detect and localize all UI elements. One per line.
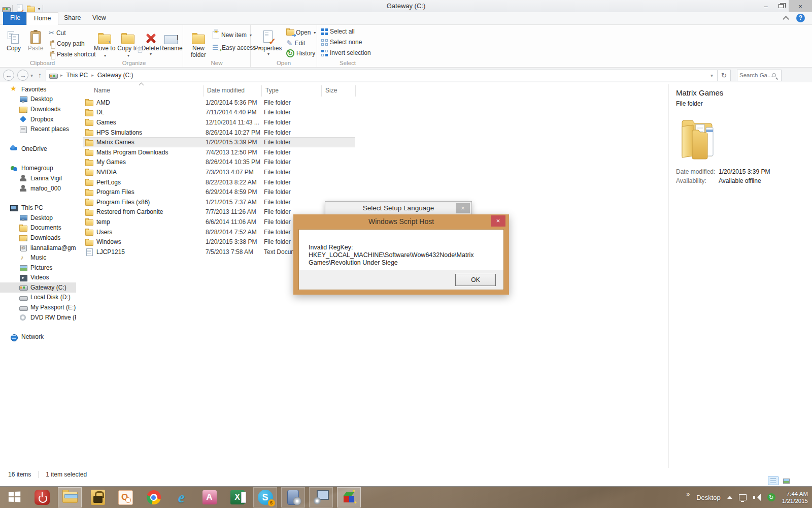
sidebar-item-local-disk-d-[interactable]: Local Disk (D:) [0, 293, 76, 303]
outlook[interactable] [114, 487, 138, 507]
up-button[interactable]: ↑ [38, 71, 42, 79]
sync-icon[interactable]: ↻ [767, 493, 775, 501]
sidebar-item-favorites[interactable]: Favorites [0, 84, 76, 94]
network-tray-icon[interactable] [739, 494, 747, 500]
address-dropdown-icon[interactable]: ▾ [706, 73, 717, 78]
sidebar-item-label: Dropbox [30, 116, 53, 123]
crumb-this-pc[interactable]: This PC [66, 72, 88, 79]
file-row[interactable]: AMD1/20/2014 5:36 PMFile folder [83, 98, 355, 108]
skype[interactable]: S [253, 487, 277, 507]
column-name[interactable]: Name [94, 87, 110, 94]
installer-app[interactable] [309, 487, 333, 507]
tab-share[interactable]: Share [57, 12, 88, 25]
desktop-label[interactable]: Desktop [696, 494, 721, 501]
sidebar-item-this-pc[interactable]: This PC [0, 203, 76, 213]
new-item-button[interactable]: New item▾ [213, 31, 252, 39]
thumbnails-view-toggle[interactable] [781, 477, 792, 485]
back-button[interactable]: ← [3, 70, 14, 81]
minimize-button[interactable]: – [758, 0, 773, 12]
sidebar-item-videos[interactable]: Videos [0, 273, 76, 283]
dialog-close-icon[interactable]: × [456, 203, 470, 213]
ok-button[interactable]: OK [455, 274, 496, 286]
lock-app[interactable] [86, 487, 110, 507]
file-row[interactable]: Program Files (x86)1/21/2015 7:37 AMFile… [83, 197, 355, 207]
sidebar-item-dropbox[interactable]: Dropbox [0, 114, 76, 124]
file-row[interactable]: HPS Simulations8/26/2014 10:27 PMFile fo… [83, 128, 355, 138]
excel[interactable]: X [225, 487, 249, 507]
invert-selection-button[interactable]: Invert selection [321, 49, 371, 56]
sidebar-item-mafoo-000[interactable]: mafoo_000 [0, 183, 76, 194]
collapse-ribbon-icon[interactable] [783, 16, 789, 22]
power-app[interactable] [30, 487, 54, 507]
column-size[interactable]: Size [325, 87, 337, 94]
history-button[interactable]: ↻History [286, 49, 315, 57]
column-date[interactable]: Date modified [207, 87, 245, 94]
crumb-gateway-c[interactable]: Gateway (C:) [97, 72, 133, 79]
new-folder-button[interactable]: New folder [187, 27, 210, 58]
media-device-app[interactable] [281, 487, 305, 507]
edit-button[interactable]: ✎Edit [286, 39, 305, 48]
sidebar-item-my-passport-e-[interactable]: My Passport (E:) [0, 302, 76, 312]
file-row[interactable]: Program Files6/29/2014 8:59 PMFile folde… [83, 187, 355, 197]
sidebar-item-music[interactable]: Music [0, 252, 76, 263]
file-row[interactable]: My Games8/26/2014 10:35 PMFile folder [83, 157, 355, 168]
recent-pages-dropdown-icon[interactable]: ▾ [30, 73, 33, 78]
rename-button[interactable]: Rename [159, 27, 183, 52]
help-icon[interactable]: ? [796, 14, 805, 22]
breadcrumb[interactable]: ▸ This PC ▸ Gateway (C:) ▾ [46, 70, 718, 81]
tab-home[interactable]: Home [26, 12, 58, 25]
volume-icon[interactable] [753, 494, 761, 501]
sidebar-item-dvd-rw-drive-f-ja[interactable]: DVD RW Drive (F:) Ja [0, 312, 76, 323]
tab-view[interactable]: View [85, 12, 113, 25]
copy-path-button[interactable]: Copy path [49, 40, 85, 47]
file-row[interactable]: Matts Program Downloads7/4/2013 12:50 PM… [83, 147, 355, 157]
paste-button[interactable]: Paste [25, 27, 46, 52]
forward-button[interactable]: → [17, 70, 28, 81]
select-none-button[interactable]: Select none [321, 39, 362, 46]
file-explorer[interactable] [58, 487, 82, 507]
file-row[interactable]: Matrix Games1/20/2015 3:39 PMFile folder [83, 137, 355, 147]
file-row[interactable]: NVIDIA7/3/2013 4:07 PMFile folder [83, 167, 355, 177]
sidebar-item-downloads[interactable]: Downloads [0, 233, 76, 243]
close-button[interactable]: × [789, 0, 812, 12]
sidebar-item-recent-places[interactable]: Recent places [0, 124, 76, 134]
sidebar-item-lianna-vigil[interactable]: Lianna Vigil [0, 173, 76, 183]
open-button[interactable]: Open▾ [286, 28, 316, 37]
sidebar-item-downloads[interactable]: Downloads [0, 104, 76, 114]
access[interactable]: A [197, 487, 221, 507]
sidebar-item-gateway-c-[interactable]: Gateway (C:) [0, 282, 76, 293]
sidebar-item-desktop[interactable]: Desktop [0, 94, 76, 105]
internet-explorer[interactable]: e [170, 487, 193, 507]
copy-to-button[interactable]: Copy to ▾ [117, 27, 139, 59]
move-to-button[interactable]: → Move to ▾ [93, 27, 116, 59]
cut-button[interactable]: ✂Cut [49, 29, 66, 37]
file-row[interactable]: PerfLogs8/22/2013 8:22 AMFile folder [83, 177, 355, 187]
sidebar-item-liannallama-gmail-[interactable]: liannallama@gmail. [0, 243, 76, 253]
properties-button[interactable]: Properties ▾ [254, 27, 282, 56]
search-input[interactable] [739, 72, 772, 78]
chrome[interactable] [142, 487, 165, 507]
column-type[interactable]: Type [265, 87, 279, 94]
restore-button[interactable] [773, 0, 789, 12]
sidebar-item-pictures[interactable]: Pictures [0, 263, 76, 273]
sidebar-item-homegroup[interactable]: Homegroup [0, 164, 76, 174]
desktop-chevron-icon[interactable]: » [686, 491, 690, 498]
tab-file[interactable]: File [3, 12, 27, 25]
delete-button[interactable]: Delete ▾ [140, 27, 160, 56]
sidebar-item-network[interactable]: Network [0, 332, 76, 342]
sidebar-item-documents[interactable]: Documents [0, 223, 76, 233]
dialog-close-icon[interactable]: × [491, 215, 505, 227]
file-row[interactable]: DL7/11/2014 4:40 PMFile folder [83, 108, 355, 118]
sidebar-item-onedrive[interactable]: OneDrive [0, 144, 76, 154]
clock[interactable]: 7:44 AM 1/21/2015 [782, 490, 808, 504]
sidebar-item-desktop[interactable]: Desktop [0, 213, 76, 223]
file-row[interactable]: Games12/10/2014 11:43 ...File folder [83, 117, 355, 128]
select-all-button[interactable]: Select all [321, 28, 355, 35]
copy-button[interactable]: Copy [3, 27, 24, 52]
details-view-toggle[interactable] [768, 477, 779, 485]
show-hidden-icons-icon[interactable] [727, 496, 732, 499]
search-icon[interactable] [772, 73, 776, 77]
setup-cube-app[interactable] [337, 487, 361, 507]
refresh-button[interactable]: ↻ [718, 70, 731, 81]
start-button[interactable] [2, 487, 26, 507]
